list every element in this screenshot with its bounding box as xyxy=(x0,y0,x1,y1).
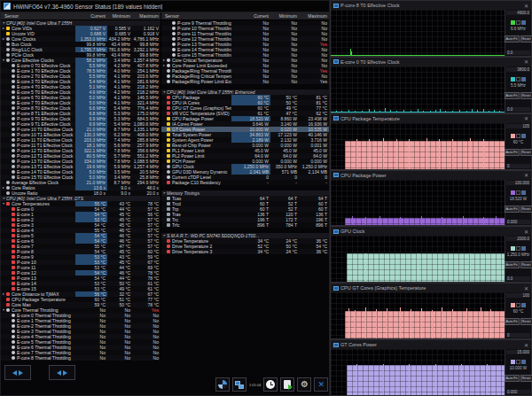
auto-fit-button[interactable]: Auto Fit xyxy=(505,375,520,382)
clock-sensor-icon xyxy=(6,48,10,51)
graph-current-value: 1,250.0 MHz xyxy=(507,252,530,257)
clock-sensor-icon xyxy=(12,90,15,94)
grid-color-swatch[interactable] xyxy=(521,360,526,364)
arrow-right-icon xyxy=(63,370,67,376)
graph-spike xyxy=(483,139,484,168)
clock-sensor-icon xyxy=(12,165,15,168)
clock-sensor-icon xyxy=(6,181,10,184)
gear-icon: ⚙ xyxy=(301,380,309,389)
expand-columns-button[interactable] xyxy=(49,365,75,380)
current-value: No xyxy=(231,79,270,84)
graph-close-icon[interactable]: ✕ xyxy=(524,115,528,121)
temp-sensor-icon xyxy=(167,101,170,105)
column-header-current[interactable]: Current xyxy=(231,13,270,19)
graph-close-icon[interactable]: ✕ xyxy=(524,285,528,291)
column-header-sensor[interactable]: Sensor xyxy=(1,13,75,19)
power-sensor-icon xyxy=(167,138,170,142)
graph-titlebar[interactable]: GPU Clock✕ xyxy=(331,227,531,236)
auto-fit-button[interactable]: Auto Fit xyxy=(505,35,520,43)
reset-button[interactable]: Reset xyxy=(520,261,532,268)
current-value: - xyxy=(231,180,270,185)
arrow-right-icon xyxy=(19,370,23,376)
graph-scale-max: 4900.0 xyxy=(506,11,530,15)
reset-button[interactable]: Reset xyxy=(520,375,532,382)
line-color-swatch[interactable] xyxy=(511,246,515,251)
background-color-swatch[interactable] xyxy=(516,190,520,195)
line-color-swatch[interactable] xyxy=(511,134,515,138)
temp-sensor-icon xyxy=(167,239,170,243)
mem-sensor-icon xyxy=(167,202,170,206)
graph-titlebar[interactable]: CPU Package Temperature✕ xyxy=(331,114,531,123)
clock-button[interactable] xyxy=(263,377,278,392)
close-button[interactable]: ✕ xyxy=(314,377,328,392)
line-color-swatch[interactable] xyxy=(511,20,515,25)
background-color-swatch[interactable] xyxy=(516,303,520,307)
graph-titlebar[interactable]: CPU Package Power✕ xyxy=(331,171,531,180)
column-header-minimum[interactable]: Minimum xyxy=(107,13,132,19)
column-header-maximum[interactable]: Maximum xyxy=(299,13,329,19)
window-titlebar[interactable]: HWiNFO64 v7.36-4960 Sensor Status [189 v… xyxy=(1,1,329,12)
grid-color-swatch[interactable] xyxy=(521,190,526,195)
reset-minmax-button[interactable] xyxy=(215,377,230,392)
auto-fit-button[interactable]: Auto Fit xyxy=(505,92,520,99)
remote-monitor-button[interactable] xyxy=(232,377,246,392)
graph-titlebar[interactable]: CPU GT Cores (Graphics) Temperature✕ xyxy=(331,283,531,292)
grid-color-swatch[interactable] xyxy=(521,246,526,251)
graph-monitor-icon xyxy=(333,229,339,234)
reset-button[interactable]: Reset xyxy=(520,318,532,325)
graph-close-icon[interactable]: ✕ xyxy=(524,58,528,65)
graph-scale-max: 105 xyxy=(506,124,530,128)
grid-color-swatch[interactable] xyxy=(521,134,526,138)
graph-close-icon[interactable]: ✕ xyxy=(524,229,528,235)
grid-color-swatch[interactable] xyxy=(521,303,526,307)
graph-close-icon[interactable]: ✕ xyxy=(524,172,528,178)
column-header-maximum[interactable]: Maximum xyxy=(132,13,160,19)
clock-sensor-icon xyxy=(12,64,15,67)
table-header-middle[interactable]: Sensor Current Minimum Maximum xyxy=(161,12,329,20)
auto-fit-button[interactable]: Auto Fit xyxy=(505,318,520,325)
graph-spike xyxy=(452,309,453,338)
background-color-swatch[interactable] xyxy=(516,246,520,251)
sensor-row[interactable]: Package/Ring Power Limit ExceededNoNoYes xyxy=(161,79,329,84)
auto-fit-button[interactable]: Auto Fit xyxy=(505,149,520,156)
sensor-row[interactable]: Package C10 Residency--- xyxy=(161,180,329,185)
clock-sensor-icon xyxy=(12,144,15,147)
graph-close-icon[interactable]: ✕ xyxy=(524,342,528,348)
reset-button[interactable]: Reset xyxy=(520,92,532,99)
table-header-left[interactable]: Sensor Current Minimum Maximum xyxy=(1,12,160,20)
sensor-row[interactable]: P-core 8 Thermal ThrottlingNoNoNo xyxy=(1,355,160,361)
background-color-swatch[interactable] xyxy=(516,20,520,25)
column-header-sensor[interactable]: Sensor xyxy=(161,13,231,19)
graph-spike xyxy=(442,307,442,338)
graph-titlebar[interactable]: P-core 8 T0 Effective Clock✕ xyxy=(331,1,531,10)
background-color-swatch[interactable] xyxy=(516,360,520,364)
line-color-swatch[interactable] xyxy=(511,77,515,82)
line-color-swatch[interactable] xyxy=(511,190,515,195)
logging-start-button[interactable] xyxy=(280,377,294,392)
graph-spike xyxy=(421,216,422,225)
auto-fit-button[interactable]: Auto Fit xyxy=(505,261,520,268)
graph-close-icon[interactable]: ✕ xyxy=(524,3,528,9)
graph-scale-min: 0 xyxy=(506,333,530,338)
column-header-current[interactable]: Current xyxy=(75,13,107,19)
clock-sensor-icon xyxy=(6,58,10,62)
background-color-swatch[interactable] xyxy=(516,134,520,138)
reset-button[interactable]: Reset xyxy=(520,206,532,213)
line-color-swatch[interactable] xyxy=(511,360,515,364)
graph-titlebar[interactable]: GT Cores Power✕ xyxy=(331,340,531,349)
sensor-row[interactable]: Drive Temperature 334 °C24 °C36 °C xyxy=(161,249,329,254)
graph-spike xyxy=(496,216,497,225)
reset-button[interactable]: Reset xyxy=(520,149,532,156)
arrow-left-icon xyxy=(57,370,61,376)
reset-button[interactable]: Reset xyxy=(520,35,532,43)
settings-button[interactable]: ⚙ xyxy=(297,377,311,392)
auto-fit-button[interactable]: Auto Fit xyxy=(505,206,520,213)
grid-color-swatch[interactable] xyxy=(521,20,526,25)
line-color-swatch[interactable] xyxy=(511,303,515,307)
shrink-columns-button[interactable] xyxy=(4,365,31,380)
grid-color-swatch[interactable] xyxy=(521,77,526,82)
background-color-swatch[interactable] xyxy=(516,77,520,82)
sensor-row[interactable]: Trfc896 T784 T896 T xyxy=(161,222,329,228)
graph-titlebar[interactable]: E-core 0 T0 Effective Clock✕ xyxy=(331,58,531,66)
column-header-minimum[interactable]: Minimum xyxy=(270,13,299,19)
